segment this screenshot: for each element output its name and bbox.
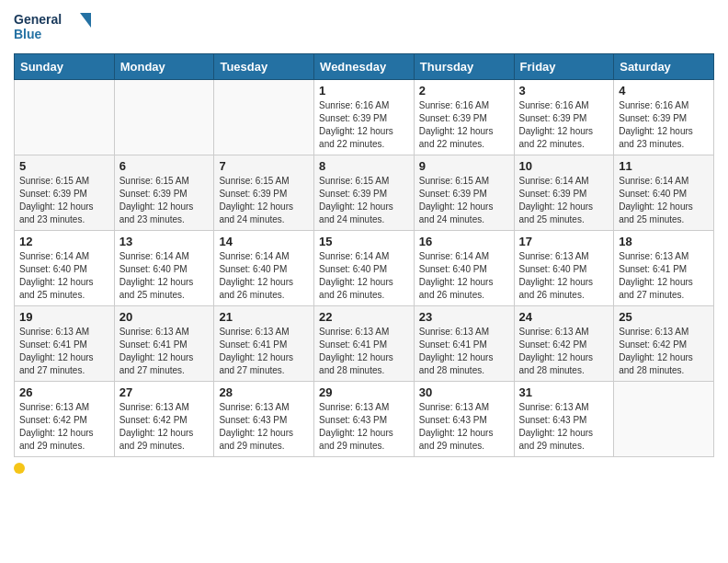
day-cell-11: 11Sunrise: 6:14 AMSunset: 6:40 PMDayligh… (614, 155, 714, 231)
day-cell-13: 13Sunrise: 6:14 AMSunset: 6:40 PMDayligh… (114, 231, 214, 306)
day-cell-2: 2Sunrise: 6:16 AMSunset: 6:39 PMDaylight… (414, 80, 514, 155)
day-info: Sunrise: 6:14 AMSunset: 6:40 PMDaylight:… (119, 250, 210, 302)
day-cell-14: 14Sunrise: 6:14 AMSunset: 6:40 PMDayligh… (214, 231, 314, 306)
day-number: 2 (419, 84, 509, 98)
page: General Blue SundayMondayTuesdayWednesda… (0, 0, 728, 563)
footer (14, 463, 714, 474)
day-cell-8: 8Sunrise: 6:15 AMSunset: 6:39 PMDaylight… (314, 155, 415, 231)
day-number: 7 (219, 159, 309, 173)
day-info: Sunrise: 6:13 AMSunset: 6:43 PMDaylight:… (319, 401, 409, 453)
day-number: 14 (219, 235, 309, 248)
day-info: Sunrise: 6:13 AMSunset: 6:43 PMDaylight:… (419, 401, 509, 453)
column-header-saturday: Saturday (614, 54, 714, 80)
svg-text:General: General (14, 12, 62, 27)
day-number: 9 (419, 159, 509, 173)
day-number: 21 (219, 310, 309, 324)
day-cell-17: 17Sunrise: 6:13 AMSunset: 6:40 PMDayligh… (514, 231, 614, 306)
day-number: 18 (619, 235, 709, 248)
day-cell-28: 28Sunrise: 6:13 AMSunset: 6:43 PMDayligh… (214, 382, 314, 457)
day-info: Sunrise: 6:13 AMSunset: 6:41 PMDaylight:… (119, 326, 210, 377)
day-cell-26: 26Sunrise: 6:13 AMSunset: 6:42 PMDayligh… (15, 382, 115, 457)
header-row: SundayMondayTuesdayWednesdayThursdayFrid… (15, 54, 714, 80)
column-header-friday: Friday (514, 54, 614, 80)
day-info: Sunrise: 6:14 AMSunset: 6:40 PMDaylight:… (419, 250, 509, 302)
day-number: 26 (19, 385, 109, 399)
day-info: Sunrise: 6:13 AMSunset: 6:41 PMDaylight:… (619, 250, 709, 302)
day-cell-6: 6Sunrise: 6:15 AMSunset: 6:39 PMDaylight… (114, 155, 214, 231)
week-row-1: 1Sunrise: 6:16 AMSunset: 6:39 PMDaylight… (15, 80, 714, 155)
week-row-4: 19Sunrise: 6:13 AMSunset: 6:41 PMDayligh… (15, 306, 714, 382)
day-cell-5: 5Sunrise: 6:15 AMSunset: 6:39 PMDaylight… (15, 155, 115, 231)
calendar-table: SundayMondayTuesdayWednesdayThursdayFrid… (14, 53, 714, 457)
day-number: 11 (619, 159, 709, 173)
day-cell-7: 7Sunrise: 6:15 AMSunset: 6:39 PMDaylight… (214, 155, 314, 231)
day-number: 17 (519, 235, 609, 248)
day-number: 15 (319, 235, 409, 248)
day-info: Sunrise: 6:13 AMSunset: 6:41 PMDaylight:… (19, 326, 109, 377)
day-cell-30: 30Sunrise: 6:13 AMSunset: 6:43 PMDayligh… (414, 382, 514, 457)
day-info: Sunrise: 6:13 AMSunset: 6:41 PMDaylight:… (319, 326, 409, 377)
header: General Blue (14, 9, 714, 46)
day-number: 13 (119, 235, 210, 248)
day-number: 31 (519, 385, 609, 399)
day-number: 16 (419, 235, 509, 248)
day-info: Sunrise: 6:15 AMSunset: 6:39 PMDaylight:… (219, 175, 309, 226)
day-info: Sunrise: 6:13 AMSunset: 6:41 PMDaylight:… (219, 326, 309, 377)
day-number: 4 (619, 84, 709, 98)
svg-marker-2 (80, 13, 91, 28)
day-info: Sunrise: 6:13 AMSunset: 6:43 PMDaylight:… (219, 401, 309, 453)
day-cell-15: 15Sunrise: 6:14 AMSunset: 6:40 PMDayligh… (314, 231, 415, 306)
empty-cell (114, 80, 214, 155)
day-info: Sunrise: 6:16 AMSunset: 6:39 PMDaylight:… (319, 99, 409, 151)
day-info: Sunrise: 6:13 AMSunset: 6:42 PMDaylight:… (519, 326, 609, 377)
column-header-wednesday: Wednesday (314, 54, 415, 80)
week-row-5: 26Sunrise: 6:13 AMSunset: 6:42 PMDayligh… (15, 382, 714, 457)
day-number: 19 (19, 310, 109, 324)
day-number: 10 (519, 159, 609, 173)
empty-cell (614, 382, 714, 457)
day-cell-19: 19Sunrise: 6:13 AMSunset: 6:41 PMDayligh… (15, 306, 115, 382)
day-number: 27 (119, 385, 210, 399)
week-row-2: 5Sunrise: 6:15 AMSunset: 6:39 PMDaylight… (15, 155, 714, 231)
day-cell-4: 4Sunrise: 6:16 AMSunset: 6:39 PMDaylight… (614, 80, 714, 155)
day-info: Sunrise: 6:16 AMSunset: 6:39 PMDaylight:… (619, 99, 709, 151)
day-info: Sunrise: 6:13 AMSunset: 6:43 PMDaylight:… (519, 401, 609, 453)
day-info: Sunrise: 6:14 AMSunset: 6:40 PMDaylight:… (19, 250, 109, 302)
day-info: Sunrise: 6:16 AMSunset: 6:39 PMDaylight:… (519, 99, 609, 151)
day-info: Sunrise: 6:13 AMSunset: 6:42 PMDaylight:… (119, 401, 210, 453)
day-cell-21: 21Sunrise: 6:13 AMSunset: 6:41 PMDayligh… (214, 306, 314, 382)
day-info: Sunrise: 6:14 AMSunset: 6:40 PMDaylight:… (619, 175, 709, 226)
day-cell-23: 23Sunrise: 6:13 AMSunset: 6:41 PMDayligh… (414, 306, 514, 382)
column-header-thursday: Thursday (414, 54, 514, 80)
logo: General Blue (14, 9, 97, 46)
day-info: Sunrise: 6:14 AMSunset: 6:39 PMDaylight:… (519, 175, 609, 226)
day-number: 25 (619, 310, 709, 324)
day-info: Sunrise: 6:14 AMSunset: 6:40 PMDaylight:… (319, 250, 409, 302)
svg-text:Blue: Blue (14, 27, 42, 41)
day-cell-31: 31Sunrise: 6:13 AMSunset: 6:43 PMDayligh… (514, 382, 614, 457)
day-cell-25: 25Sunrise: 6:13 AMSunset: 6:42 PMDayligh… (614, 306, 714, 382)
day-info: Sunrise: 6:15 AMSunset: 6:39 PMDaylight:… (19, 175, 109, 226)
day-cell-16: 16Sunrise: 6:14 AMSunset: 6:40 PMDayligh… (414, 231, 514, 306)
week-row-3: 12Sunrise: 6:14 AMSunset: 6:40 PMDayligh… (15, 231, 714, 306)
day-number: 6 (119, 159, 210, 173)
day-info: Sunrise: 6:13 AMSunset: 6:40 PMDaylight:… (519, 250, 609, 302)
day-cell-24: 24Sunrise: 6:13 AMSunset: 6:42 PMDayligh… (514, 306, 614, 382)
day-number: 28 (219, 385, 309, 399)
day-cell-27: 27Sunrise: 6:13 AMSunset: 6:42 PMDayligh… (114, 382, 214, 457)
logo-svg: General Blue (14, 9, 97, 46)
day-number: 5 (19, 159, 109, 173)
day-cell-3: 3Sunrise: 6:16 AMSunset: 6:39 PMDaylight… (514, 80, 614, 155)
day-number: 24 (519, 310, 609, 324)
day-cell-29: 29Sunrise: 6:13 AMSunset: 6:43 PMDayligh… (314, 382, 415, 457)
empty-cell (214, 80, 314, 155)
day-number: 29 (319, 385, 409, 399)
day-info: Sunrise: 6:15 AMSunset: 6:39 PMDaylight:… (119, 175, 210, 226)
day-info: Sunrise: 6:13 AMSunset: 6:41 PMDaylight:… (419, 326, 509, 377)
day-number: 20 (119, 310, 210, 324)
day-cell-12: 12Sunrise: 6:14 AMSunset: 6:40 PMDayligh… (15, 231, 115, 306)
day-number: 3 (519, 84, 609, 98)
day-number: 22 (319, 310, 409, 324)
day-cell-22: 22Sunrise: 6:13 AMSunset: 6:41 PMDayligh… (314, 306, 415, 382)
day-info: Sunrise: 6:13 AMSunset: 6:42 PMDaylight:… (19, 401, 109, 453)
